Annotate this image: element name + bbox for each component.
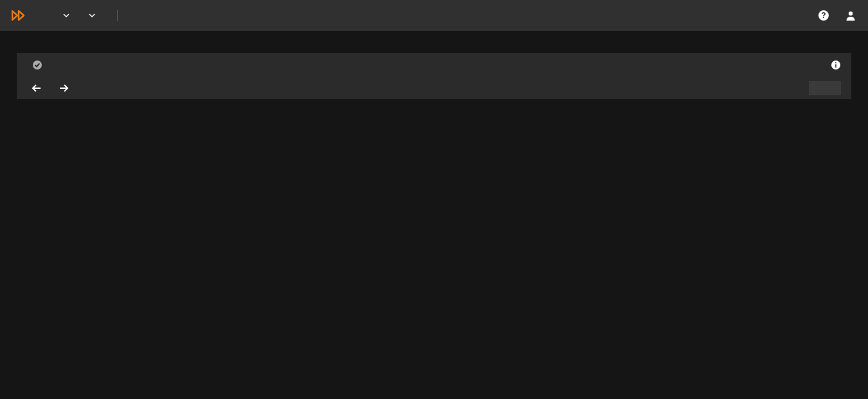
next-page-button[interactable] <box>55 84 73 93</box>
nav: ? <box>741 10 856 21</box>
topbar: ? <box>0 0 868 31</box>
paginator <box>17 77 851 99</box>
svg-point-8 <box>835 62 836 64</box>
info-icon[interactable] <box>831 60 841 70</box>
group-dropdown[interactable] <box>86 12 95 19</box>
svg-point-4 <box>849 12 853 15</box>
live-status-panel <box>17 53 851 99</box>
svg-marker-1 <box>19 11 24 20</box>
market-dropdown[interactable] <box>60 12 69 19</box>
svg-text:?: ? <box>821 11 826 20</box>
group-filter <box>82 12 95 19</box>
chevron-down-icon <box>63 12 69 19</box>
market-filter <box>57 12 69 19</box>
chevron-down-icon <box>89 12 95 19</box>
divider <box>117 10 118 21</box>
check-badge-icon <box>32 60 42 70</box>
cycle-control <box>804 81 841 95</box>
help-icon[interactable]: ? <box>818 10 829 21</box>
panel-header <box>17 53 851 77</box>
cycle-input[interactable] <box>809 81 841 95</box>
svg-rect-7 <box>835 64 836 68</box>
prev-page-button[interactable] <box>27 84 45 93</box>
logo-mark-icon <box>12 10 28 21</box>
svg-marker-0 <box>12 11 17 20</box>
logo[interactable] <box>12 10 32 21</box>
user-icon[interactable] <box>845 10 856 21</box>
